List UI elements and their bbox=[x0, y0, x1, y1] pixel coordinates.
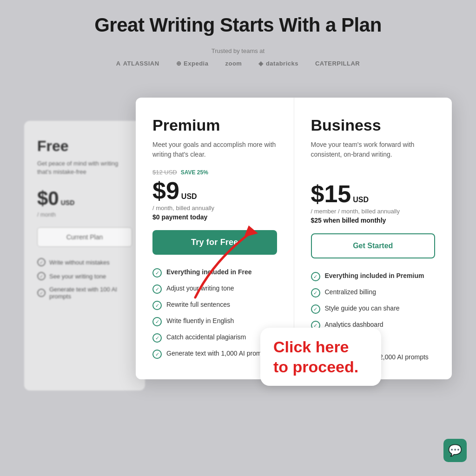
free-features: ✓ Write without mistakes ✓ See your writ… bbox=[37, 258, 132, 300]
chat-button[interactable]: 💬 bbox=[443, 439, 467, 462]
get-started-button[interactable]: Get Started bbox=[311, 233, 436, 258]
logo-expedia: ⊕ Expedia bbox=[176, 60, 209, 67]
logo-atlassian: A ATLASSIAN bbox=[116, 60, 159, 67]
trusted-label: Trusted by teams at bbox=[212, 47, 264, 54]
check-icon: ✓ bbox=[152, 333, 162, 343]
check-icon: ✓ bbox=[311, 337, 320, 346]
business-feature-0: ✓ Everything included in Premium bbox=[311, 271, 436, 281]
check-icon: ✓ bbox=[152, 350, 162, 359]
check-icon: ✓ bbox=[152, 301, 162, 310]
save-badge: SAVE 25% bbox=[181, 169, 208, 176]
premium-feature-5: ✓ Generate text with 1,000 AI prompts bbox=[152, 349, 277, 359]
check-icon: ✓ bbox=[37, 272, 46, 280]
check-icon: ✓ bbox=[311, 288, 320, 298]
original-price: $12 USD bbox=[152, 169, 177, 176]
free-plan-card: Free Get peace of mind with writing that… bbox=[24, 121, 145, 390]
business-price-usd: USD bbox=[353, 196, 369, 204]
premium-feature-2: ✓ Rewrite full sentences bbox=[152, 300, 277, 310]
business-feature-4: ✓ SAML SSO bbox=[311, 337, 436, 346]
business-price-period: / member / month, billed annually bbox=[311, 208, 436, 215]
premium-feature-3: ✓ Write fluently in English bbox=[152, 317, 277, 326]
original-price-row: $12 USD SAVE 25% bbox=[152, 169, 277, 176]
business-price-amount: $15 bbox=[311, 182, 351, 206]
check-icon: ✓ bbox=[311, 353, 320, 363]
page-background: Great Writing Starts With a Plan Trusted… bbox=[0, 0, 476, 476]
free-feature-1: ✓ Write without mistakes bbox=[37, 258, 132, 266]
business-feature-3: ✓ Analytics dashboard bbox=[311, 320, 436, 330]
current-plan-button: Current Plan bbox=[37, 227, 132, 247]
business-plan-desc: Move your team's work forward with consi… bbox=[311, 140, 436, 159]
premium-price-amount: $9 bbox=[152, 178, 179, 203]
check-icon: ✓ bbox=[311, 272, 320, 281]
premium-feature-4: ✓ Catch accidental plagiarism bbox=[152, 333, 277, 343]
free-feature-2: ✓ See your writing tone bbox=[37, 272, 132, 280]
free-price-usd: USD bbox=[61, 199, 75, 206]
check-icon: ✓ bbox=[37, 258, 46, 266]
logos-row: A ATLASSIAN ⊕ Expedia zoom ◈ databricks … bbox=[116, 60, 360, 67]
business-feature-5: ✓ Generate text with 2,000 AI prompts bbox=[311, 353, 436, 363]
chat-icon: 💬 bbox=[448, 444, 462, 457]
page-title: Great Writing Starts With a Plan bbox=[94, 14, 382, 36]
check-icon: ✓ bbox=[311, 321, 320, 330]
free-plan-name: Free bbox=[37, 138, 132, 155]
check-icon: ✓ bbox=[311, 304, 320, 314]
premium-price-row: $9 USD bbox=[152, 178, 277, 203]
premium-feature-0: ✓ Everything included in Free bbox=[152, 268, 277, 278]
business-feature-2: ✓ Style guide you can share bbox=[311, 304, 436, 314]
business-feature-1: ✓ Centralized billing bbox=[311, 288, 436, 298]
logo-caterpillar: CATERPILLAR bbox=[315, 60, 360, 67]
try-for-free-button[interactable]: Try for Free bbox=[152, 230, 277, 255]
business-price-row: $15 USD bbox=[311, 182, 436, 206]
business-features: ✓ Everything included in Premium ✓ Centr… bbox=[311, 271, 436, 363]
business-payment-today: $25 when billed monthly bbox=[311, 217, 436, 224]
business-plan-name: Business bbox=[311, 116, 436, 134]
pricing-section: Free Get peace of mind with writing that… bbox=[24, 98, 452, 390]
premium-plan-card: Premium Meet your goals and accomplish m… bbox=[136, 98, 294, 379]
premium-payment-today: $0 payment today bbox=[152, 213, 277, 221]
check-icon: ✓ bbox=[152, 268, 162, 278]
free-per-month: / month bbox=[37, 212, 132, 218]
check-icon: ✓ bbox=[152, 317, 162, 326]
logo-databricks: ◈ databricks bbox=[258, 60, 298, 67]
premium-price-period: / month, billed annually bbox=[152, 205, 277, 212]
business-plan-card: Business Move your team's work forward w… bbox=[294, 98, 452, 379]
premium-plan-name: Premium bbox=[152, 116, 277, 134]
premium-features: ✓ Everything included in Free ✓ Adjust y… bbox=[152, 268, 277, 359]
logo-zoom: zoom bbox=[225, 60, 242, 67]
check-icon: ✓ bbox=[37, 289, 46, 297]
premium-feature-1: ✓ Adjust your writing tone bbox=[152, 284, 277, 294]
premium-plan-desc: Meet your goals and accomplish more with… bbox=[152, 140, 277, 159]
check-icon: ✓ bbox=[152, 284, 162, 294]
free-price-amount: $0 bbox=[37, 187, 59, 210]
premium-price-usd: USD bbox=[181, 192, 197, 201]
free-feature-3: ✓ Generate text with 100 AI prompts bbox=[37, 286, 132, 300]
main-pricing-cards: Most popular ✦ Premium Meet your goals a… bbox=[136, 98, 452, 379]
free-plan-desc: Get peace of mind with writing that's mi… bbox=[37, 159, 132, 176]
